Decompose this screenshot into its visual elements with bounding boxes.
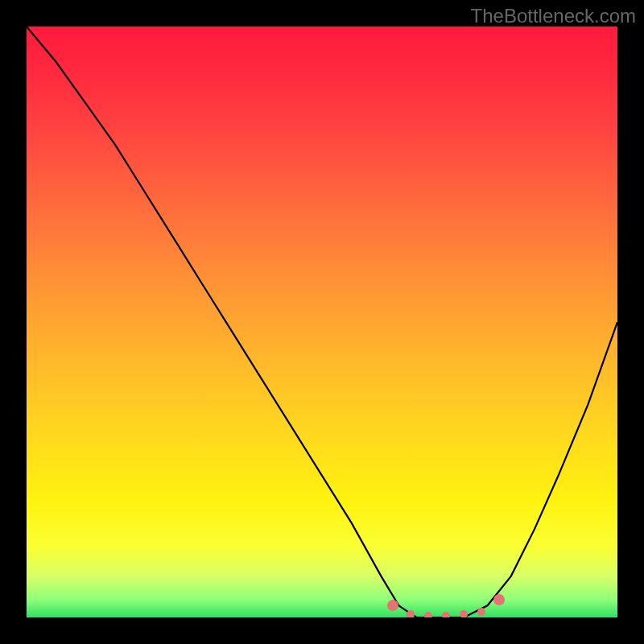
- curve-marker: [442, 612, 450, 617]
- curve-marker: [407, 610, 415, 617]
- plot-area: [27, 27, 617, 617]
- curve-marker: [387, 600, 398, 611]
- curve-marker: [460, 610, 468, 617]
- curve-marker: [424, 612, 432, 617]
- watermark-text: TheBottleneck.com: [471, 5, 636, 27]
- curve-markers: [27, 27, 617, 617]
- curve-marker: [477, 608, 485, 616]
- curve-marker: [493, 594, 505, 605]
- chart-container: TheBottleneck.com: [0, 0, 644, 644]
